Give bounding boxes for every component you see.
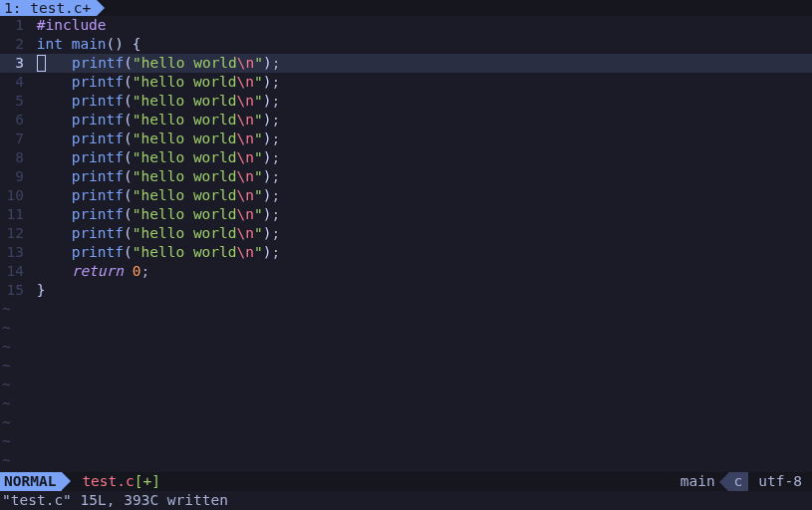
tok-esc: \n [237, 206, 254, 222]
tok-semi: ; [271, 187, 280, 203]
line-number: 11 [0, 205, 28, 224]
line-number: 8 [0, 148, 28, 167]
line-number: 9 [0, 167, 28, 186]
tok-esc: \n [237, 112, 254, 128]
status-filetype: c [728, 472, 749, 491]
tok-str: " [133, 206, 141, 222]
code-line[interactable]: 14 return 0; [0, 262, 812, 281]
tok-semi: ; [272, 55, 281, 71]
tok-paren: ( [124, 244, 133, 260]
line-number: 14 [0, 262, 28, 281]
tok-str: " [133, 244, 141, 260]
code-content: printf("hello world\n"); [28, 148, 812, 167]
status-encoding: utf-8 [748, 472, 812, 491]
code-line[interactable]: 15 } [0, 281, 812, 300]
tok-str: " [254, 168, 263, 184]
tilde-icon: ~ [0, 319, 11, 338]
tok-paren: ( [124, 168, 133, 184]
code-content: return 0; [28, 262, 812, 281]
tok-str: " [133, 74, 141, 90]
code-line[interactable]: 2 int main() { [0, 35, 812, 54]
tok-esc: \n [237, 225, 254, 241]
git-branch: main [680, 472, 715, 491]
tok-paren: () [107, 36, 124, 52]
tok-fn: main [72, 36, 107, 52]
tok-str: hello world [141, 55, 237, 71]
tok-str: hello world [141, 112, 237, 128]
code-line[interactable]: 8 printf("hello world\n"); [0, 148, 812, 167]
editor-buffer[interactable]: 1 #include 2 int main() {3 printf("hello… [0, 16, 812, 470]
tok-paren: ( [124, 93, 133, 109]
tok-fn: printf [72, 74, 124, 90]
code-line[interactable]: 1 #include [0, 16, 812, 35]
code-content: printf("hello world\n"); [28, 129, 812, 148]
line-number: 5 [0, 92, 28, 111]
tok-semi: ; [271, 206, 280, 222]
code-line[interactable]: 7 printf("hello world\n"); [0, 129, 812, 148]
code-line[interactable]: 13 printf("hello world\n"); [0, 243, 812, 262]
code-content: } [28, 281, 812, 300]
line-number: 2 [0, 35, 28, 54]
tok-type: int [37, 36, 63, 52]
empty-line: ~ [0, 319, 812, 338]
mode-indicator: NORMAL [0, 472, 62, 491]
tok-str: " [133, 225, 141, 241]
tok-str: " [133, 187, 141, 203]
line-number: 12 [0, 224, 28, 243]
tok-include: #include [37, 17, 107, 33]
code-content: #include [28, 16, 812, 35]
tok-str: hello world [141, 93, 237, 109]
statusline: NORMAL test.c[+] main c utf-8 [0, 472, 812, 491]
tok-str: " [254, 55, 263, 71]
tok-paren: ) [263, 55, 272, 71]
code-line[interactable]: 11 printf("hello world\n"); [0, 205, 812, 224]
line-number: 7 [0, 129, 28, 148]
tok-esc: \n [237, 93, 254, 109]
tok-str: hello world [141, 206, 237, 222]
tok-str: " [133, 130, 141, 146]
empty-line: ~ [0, 338, 812, 357]
code-content: printf("hello world\n"); [28, 111, 812, 129]
tok-paren: ( [124, 149, 133, 165]
tok-str: " [133, 55, 141, 71]
code-line[interactable]: 6 printf("hello world\n"); [0, 111, 812, 129]
tok-semi: ; [271, 244, 280, 260]
line-number: 3 [0, 54, 28, 73]
code-content: printf("hello world\n"); [28, 243, 812, 262]
tok-paren: ( [124, 225, 133, 241]
tok-esc: \n [237, 55, 254, 71]
tok-paren: ( [124, 187, 133, 203]
tab-1[interactable]: 1: test.c+ [0, 0, 97, 16]
code-line[interactable]: 4 printf("hello world\n"); [0, 73, 812, 92]
line-number: 6 [0, 111, 28, 129]
line-number: 15 [0, 281, 28, 300]
tok-str: " [254, 206, 263, 222]
tok-fn: printf [72, 130, 124, 146]
command-line[interactable]: "test.c" 15L, 393C written [0, 491, 812, 510]
tilde-icon: ~ [0, 451, 11, 470]
empty-line: ~ [0, 451, 812, 470]
tok-paren: ( [124, 112, 133, 128]
tok-str: " [254, 112, 263, 128]
tok-semi: ; [271, 225, 280, 241]
tilde-icon: ~ [0, 432, 11, 451]
code-line[interactable]: 3 printf("hello world\n"); [0, 54, 812, 73]
tok-fn: printf [72, 149, 124, 165]
tok-str: hello world [141, 168, 237, 184]
code-line[interactable]: 9 printf("hello world\n"); [0, 167, 812, 186]
tok-fn: printf [72, 225, 124, 241]
tok-number: 0 [133, 263, 141, 279]
code-content: printf("hello world\n"); [28, 54, 812, 73]
tok-paren: ( [124, 206, 133, 222]
tok-esc: \n [237, 149, 254, 165]
code-line[interactable]: 5 printf("hello world\n"); [0, 92, 812, 111]
line-number: 1 [0, 16, 28, 35]
code-line[interactable]: 12 printf("hello world\n"); [0, 224, 812, 243]
tok-fn: printf [72, 112, 124, 128]
code-content: printf("hello world\n"); [28, 186, 812, 205]
code-line[interactable]: 10 printf("hello world\n"); [0, 186, 812, 205]
tilde-icon: ~ [0, 357, 11, 376]
tok-fn: printf [72, 206, 124, 222]
tilde-icon: ~ [0, 300, 11, 319]
line-number: 10 [0, 186, 28, 205]
